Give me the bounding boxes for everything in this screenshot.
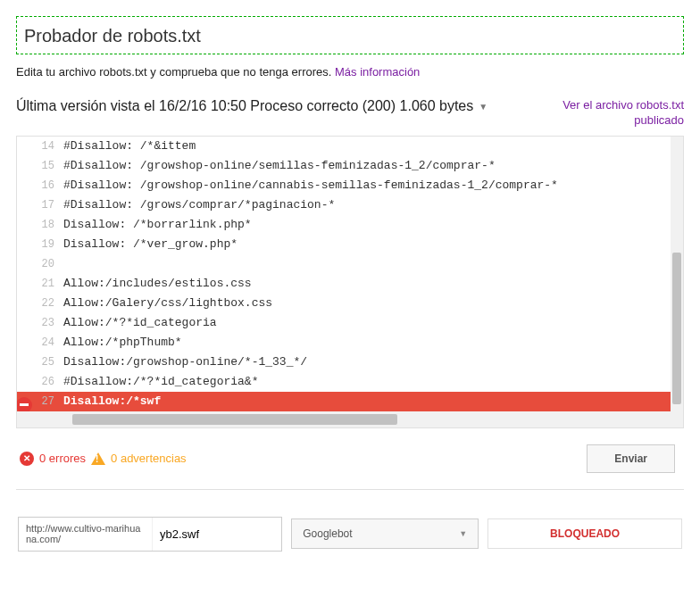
editor-line[interactable]: 25Disallow:/growshop-online/*-1_33_*/ (17, 353, 683, 372)
no-entry-icon (17, 397, 32, 411)
line-number: 21 (17, 278, 63, 290)
editor-line[interactable]: 23Allow:/*?*id_categoria (17, 313, 683, 333)
more-info-link[interactable]: Más información (335, 65, 420, 79)
line-number: 24 (17, 336, 63, 349)
robots-editor[interactable]: 14#Disallow: /*&ittem15#Disallow: /grows… (16, 136, 684, 428)
chevron-down-icon: ▼ (459, 529, 467, 538)
editor-line[interactable]: 18Disallow: /*borrarlink.php* (17, 215, 683, 235)
line-content: #Disallow: /*&ittem (63, 139, 683, 153)
error-icon: ✕ (20, 452, 34, 466)
line-number: 16 (17, 179, 63, 192)
line-number: 20 (17, 258, 63, 270)
line-number: 23 (17, 317, 63, 329)
subtitle-text: Edita tu archivo robots.txt y comprueba … (16, 65, 335, 79)
editor-line[interactable]: 21Allow:/includes/estilos.css (17, 274, 683, 294)
version-status-text: Última versión vista el 16/2/16 10:50 Pr… (16, 98, 473, 114)
view-published-link[interactable]: Ver el archivo robots.txt publicado (559, 98, 684, 129)
line-content: Allow:/*?*id_categoria (63, 316, 683, 329)
editor-line[interactable]: 17#Disallow: /grows/comprar/*paginacion-… (17, 195, 683, 215)
editor-line[interactable]: 19Disallow: /*ver_grow.php* (17, 235, 683, 254)
line-number: 15 (17, 160, 63, 172)
bot-select-label: Googlebot (303, 527, 352, 540)
line-content: Allow:/*phpThumb* (63, 336, 683, 349)
line-content: Disallow:/*swf (63, 394, 683, 408)
line-number: 18 (17, 219, 63, 231)
submit-button[interactable]: Enviar (587, 444, 675, 473)
scrollbar-thumb[interactable] (72, 414, 397, 425)
scrollbar-thumb[interactable] (672, 253, 681, 404)
editor-line[interactable]: 22Allow:/Galery/css/lightbox.css (17, 294, 683, 313)
line-number: 27 (17, 395, 63, 408)
error-count: 0 errores (39, 452, 86, 465)
editor-line[interactable]: 14#Disallow: /*&ittem (17, 137, 683, 156)
vertical-scrollbar[interactable] (671, 137, 683, 411)
url-prefix: http://www.cultivo-marihuana.com/ (19, 518, 153, 551)
bot-select[interactable]: Googlebot ▼ (291, 518, 479, 549)
version-status-dropdown[interactable]: Última versión vista el 16/2/16 10:50 Pr… (16, 98, 488, 114)
editor-line[interactable]: 15#Disallow: /growshop-online/semillas-f… (17, 156, 683, 176)
line-number: 19 (17, 238, 63, 251)
editor-line[interactable]: 20 (17, 254, 683, 274)
line-content: Disallow: /*borrarlink.php* (63, 218, 683, 231)
test-result-button[interactable]: BLOQUEADO (488, 518, 682, 549)
validation-summary: ✕ 0 errores ! 0 advertencias (20, 452, 187, 466)
line-content: #Disallow:/*?*id_categoria&* (63, 375, 683, 388)
horizontal-scrollbar[interactable] (17, 411, 683, 427)
line-content: Allow:/includes/estilos.css (63, 277, 683, 290)
editor-line[interactable]: 26#Disallow:/*?*id_categoria&* (17, 372, 683, 392)
line-content: Disallow: /*ver_grow.php* (63, 237, 683, 251)
line-content: #Disallow: /growshop-online/cannabis-sem… (63, 178, 683, 192)
line-number: 22 (17, 297, 63, 310)
page-title: Probador de robots.txt (24, 26, 676, 46)
line-content: #Disallow: /growshop-online/semillas-fem… (63, 159, 683, 172)
editor-line[interactable]: 16#Disallow: /growshop-online/cannabis-s… (17, 176, 683, 195)
warning-icon: ! (91, 452, 105, 465)
line-number: 25 (17, 356, 63, 369)
line-content: #Disallow: /grows/comprar/*paginacion-* (63, 198, 683, 212)
line-number: 14 (17, 140, 63, 153)
url-test-group: http://www.cultivo-marihuana.com/ (18, 517, 282, 552)
url-path-input[interactable] (153, 520, 281, 548)
line-content: Disallow:/growshop-online/*-1_33_*/ (63, 355, 683, 369)
editor-line[interactable]: 24Allow:/*phpThumb* (17, 333, 683, 353)
line-content: Allow:/Galery/css/lightbox.css (63, 296, 683, 310)
editor-line[interactable]: 27Disallow:/*swf (17, 392, 683, 411)
warning-count: 0 advertencias (111, 452, 187, 465)
chevron-down-icon: ▼ (479, 102, 488, 112)
page-subtitle: Edita tu archivo robots.txt y comprueba … (16, 65, 684, 79)
page-header: Probador de robots.txt (16, 16, 684, 54)
line-number: 26 (17, 376, 63, 388)
line-number: 17 (17, 199, 63, 212)
